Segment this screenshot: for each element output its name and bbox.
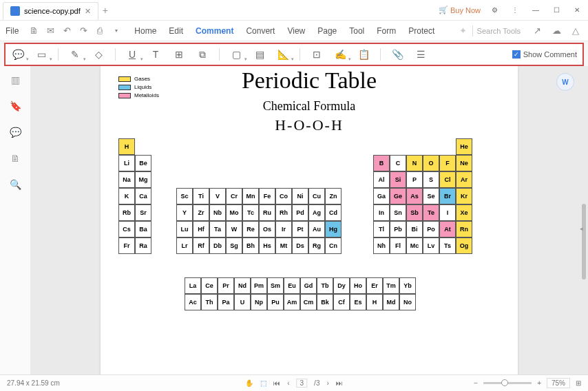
menu-protect[interactable]: Protect	[408, 26, 434, 36]
document-tab[interactable]: science-copy.pdf ✕	[3, 2, 98, 20]
document-canvas[interactable]: GasesLiquidsMetalloids Periodic Table Ch…	[30, 66, 588, 374]
element-Am: Am	[284, 294, 300, 310]
file-menu[interactable]: File	[6, 26, 19, 36]
search-panel-icon[interactable]: 🔍	[8, 178, 22, 191]
undo-icon[interactable]: ↶	[60, 24, 74, 38]
bookmarks-icon[interactable]: 🔖	[8, 99, 22, 113]
zoom-slider[interactable]	[483, 382, 532, 384]
add-tab-icon[interactable]: +	[103, 5, 108, 16]
element-Mo: Mo	[226, 204, 242, 221]
thumbnails-icon[interactable]: ▥	[8, 73, 22, 87]
zoom-out-icon[interactable]: −	[474, 379, 478, 387]
underline-tool-icon[interactable]: U	[125, 47, 139, 61]
magic-icon[interactable]: ✦	[459, 25, 467, 36]
element-Md: Md	[383, 294, 399, 310]
element-Fl: Fl	[390, 237, 406, 254]
menu-view[interactable]: View	[287, 26, 305, 36]
element-Dy: Dy	[333, 277, 350, 294]
eraser-tool-icon[interactable]: ◇	[92, 47, 105, 61]
element-Ta: Ta	[209, 221, 226, 237]
pencil-tool-icon[interactable]: ✎	[68, 47, 82, 61]
zoom-in-icon[interactable]: +	[537, 379, 541, 387]
show-comment-checkbox[interactable]: ✓	[512, 50, 521, 59]
element-Mn: Mn	[242, 188, 259, 204]
menu-home[interactable]: Home	[134, 26, 156, 36]
word-export-badge[interactable]: W	[556, 73, 574, 91]
list-tool-icon[interactable]: ☰	[414, 47, 428, 61]
note-tool-icon[interactable]: 💬	[11, 47, 25, 61]
save-icon[interactable]: 🗎	[27, 24, 41, 38]
comment-box-icon[interactable]: ▤	[253, 47, 266, 61]
collapse-ribbon-icon[interactable]: △	[569, 24, 582, 38]
mail-icon[interactable]: ✉	[43, 24, 57, 38]
prev-page-icon[interactable]: ‹	[287, 379, 289, 387]
last-page-icon[interactable]: ⏭	[336, 379, 343, 387]
menu-comment[interactable]: Comment	[196, 26, 233, 36]
element-Pu: Pu	[267, 294, 284, 310]
print-dropdown-icon[interactable]: ▾	[109, 24, 123, 38]
element-Cr: Cr	[226, 188, 242, 204]
callout-tool-icon[interactable]: ⧉	[196, 47, 209, 61]
element-Co: Co	[275, 188, 292, 204]
menu-page[interactable]: Page	[317, 26, 337, 36]
measure-tool-icon[interactable]: 📐	[276, 47, 290, 61]
page-number-input[interactable]: 3	[297, 379, 308, 388]
menu-convert[interactable]: Convert	[246, 26, 275, 36]
hand-tool-icon[interactable]: ✋	[245, 379, 253, 387]
attach-tool-icon[interactable]: 📎	[390, 47, 404, 61]
element-Sn: Sn	[390, 204, 406, 221]
close-window-icon[interactable]: ✕	[570, 3, 584, 17]
search-input[interactable]: Search Tools	[472, 25, 525, 36]
share-icon[interactable]: ↗	[530, 24, 544, 38]
stamp-tool-icon[interactable]: ⊡	[310, 47, 324, 61]
element-Hs: Hs	[259, 237, 275, 254]
element-Y: Y	[176, 204, 193, 221]
redo-icon[interactable]: ↷	[76, 24, 90, 38]
element-Ag: Ag	[308, 204, 325, 221]
settings-icon[interactable]: ⚙	[487, 3, 501, 17]
select-tool-icon[interactable]: ⬚	[260, 379, 266, 387]
element-At: At	[439, 221, 456, 237]
tab-title: science-copy.pdf	[24, 7, 81, 15]
element-Ra: Ra	[135, 237, 151, 254]
element-Zn: Zn	[325, 188, 342, 204]
highlight-tool-icon[interactable]: ▭	[34, 47, 48, 61]
minimize-icon[interactable]: —	[529, 3, 543, 17]
element-F: F	[439, 155, 456, 171]
element-Li: Li	[118, 155, 135, 171]
cloud-icon[interactable]: ☁	[549, 24, 563, 38]
clipboard-icon[interactable]: 📋	[357, 47, 370, 61]
element-Rf: Rf	[193, 237, 209, 254]
element-Tl: Tl	[373, 221, 390, 237]
menu-edit[interactable]: Edit	[169, 26, 183, 36]
menu-tool[interactable]: Tool	[349, 26, 364, 36]
textbox-tool-icon[interactable]: ⊞	[172, 47, 186, 61]
buy-now-link[interactable]: 🛒 Buy Now	[439, 6, 481, 14]
expand-right-icon[interactable]: ◂	[580, 220, 587, 237]
element-Ga: Ga	[373, 188, 390, 204]
shape-tool-icon[interactable]: ▢	[229, 47, 243, 61]
show-comment-label: Show Comment	[523, 50, 577, 59]
element-Pd: Pd	[292, 204, 308, 221]
more-icon[interactable]: ⋮	[508, 3, 522, 17]
element-Pa: Pa	[218, 294, 234, 310]
attachments-panel-icon[interactable]: 🗎	[8, 151, 22, 165]
comments-panel-icon[interactable]: 💬	[8, 125, 22, 139]
element-Ti: Ti	[193, 188, 209, 204]
next-page-icon[interactable]: ›	[326, 379, 328, 387]
fit-page-icon[interactable]: ⊞	[576, 379, 581, 387]
text-tool-icon[interactable]: T	[149, 47, 162, 61]
signature-tool-icon[interactable]: ✍	[333, 47, 347, 61]
element-Rh: Rh	[275, 204, 292, 221]
element-Si: Si	[390, 171, 406, 188]
element-Na: Na	[118, 171, 135, 188]
maximize-icon[interactable]: ☐	[549, 3, 563, 17]
close-tab-icon[interactable]: ✕	[85, 7, 91, 16]
element-Sr: Sr	[135, 204, 151, 221]
print-icon[interactable]: ⎙	[93, 24, 107, 38]
element-Ho: Ho	[350, 277, 366, 294]
element-Hf: Hf	[193, 221, 209, 237]
first-page-icon[interactable]: ⏮	[273, 379, 280, 387]
menu-form[interactable]: Form	[377, 26, 396, 36]
element-Sb: Sb	[406, 204, 423, 221]
